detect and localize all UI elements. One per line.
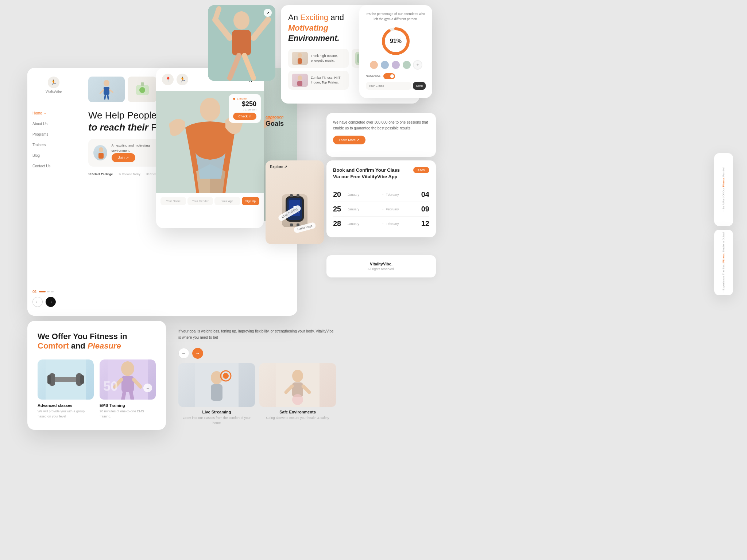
learn-more-card: We have completed over 300,000 one to on… [326, 113, 436, 157]
bottom-cards-row: Advanced classes We will provide you wit… [38, 359, 156, 419]
book-title: Book and Confirm Your Class Via our Free… [333, 167, 406, 180]
next-arrow[interactable]: → [46, 297, 56, 307]
gender-field[interactable]: Your Gender [187, 197, 213, 205]
service-1-desc: We will provide you with a group based o… [38, 409, 94, 419]
nav-blog[interactable]: Blog [27, 151, 80, 160]
svg-rect-1 [104, 87, 109, 95]
fitness-class-icon [292, 74, 308, 87]
dot-3 [51, 291, 54, 292]
learn-more-text: We have completed over 300,000 one to on… [333, 120, 429, 131]
side-banner-right-2: – Experience The Best Fitness Studio in … [714, 230, 733, 295]
hero-img-2 [128, 77, 157, 102]
service-advanced: Advanced classes We will provide you wit… [38, 359, 94, 419]
svg-rect-48 [290, 223, 293, 226]
month-dot [233, 98, 235, 100]
age-field[interactable]: Your Age [214, 197, 240, 205]
sidebar: 🏃 VitalityVibe Home About Us Programs Tr… [27, 68, 80, 316]
arrow-icon-topleft[interactable]: ↗ [264, 9, 272, 17]
dot-2 [47, 291, 50, 292]
nav-items: Home About Us Programs Trainers Blog Con… [27, 109, 80, 171]
svg-point-67 [223, 373, 229, 379]
checkin-button[interactable]: Check In [233, 113, 256, 120]
svg-rect-54 [47, 375, 51, 384]
subscribe-toggle[interactable] [383, 73, 395, 79]
svg-line-2 [100, 90, 104, 93]
svg-rect-8 [141, 82, 144, 86]
nav-home[interactable]: Home [27, 109, 80, 118]
yoga-person-svg [208, 5, 275, 81]
price-value: $250 [233, 100, 256, 108]
footer-card: VitalityVibe. All rights reserved. [326, 255, 436, 277]
explore-card: Explore ↗ ❤ 88 bpm EMS Training Hatha Yo… [266, 160, 324, 244]
bottom-right-section: If your goal is weight loss, toning up, … [170, 321, 345, 433]
svg-point-57 [121, 361, 134, 376]
approach-text: approach Goals [266, 115, 284, 128]
nav-contact[interactable]: Contact Us [27, 162, 80, 171]
logo[interactable]: 🏃 VitalityVibe [46, 77, 62, 94]
service-stream-img [178, 363, 255, 407]
send-button[interactable]: Send [413, 82, 426, 90]
svg-point-25 [233, 11, 249, 30]
nav-arrows: ← → [32, 297, 75, 307]
service-safe: Safe Environments Going above to ensure … [259, 363, 336, 421]
pricing-badge: 1 month $250 / 1 person Check In [229, 94, 261, 123]
feature-3: Zumba Fitness, HIIT Indoor, Top Pilates. [288, 71, 349, 90]
svg-point-9 [99, 147, 103, 152]
nav-about[interactable]: About Us [27, 119, 80, 128]
svg-rect-55 [80, 375, 84, 384]
svg-point-73 [292, 394, 303, 405]
svg-rect-58 [121, 376, 134, 392]
svg-line-5 [108, 95, 108, 99]
svg-line-62 [131, 392, 132, 400]
svg-point-7 [139, 87, 145, 93]
logo-icon: 🏃 [48, 77, 59, 88]
svg-point-23 [200, 98, 220, 121]
dots [39, 291, 54, 292]
signup-button[interactable]: Sign Up [242, 197, 259, 205]
next-service-button[interactable]: → [192, 348, 203, 359]
app-icon-fitness: 🏃 [177, 74, 188, 85]
env-person-icon [93, 145, 107, 160]
nav-programs[interactable]: Programs [27, 130, 80, 139]
avatar-4 [402, 60, 411, 70]
learn-more-button[interactable]: Learn More ↗ [333, 136, 365, 144]
book-header: Book and Confirm Your Class Via our Free… [333, 167, 429, 184]
subscribe-label: Subscribe [366, 74, 380, 78]
feature-text-1: Think high-octane, energetic music. [311, 54, 345, 63]
feature-img-3 [292, 74, 308, 87]
email-input[interactable] [366, 82, 411, 90]
top-yoga-image: ↗ [208, 5, 275, 81]
prev-arrow[interactable]: ← [32, 297, 43, 307]
hero-img-1 [88, 77, 125, 102]
svg-rect-38 [297, 81, 302, 86]
ems-number: 50 [103, 379, 118, 394]
services-bottom-row: Live Streaming Zoom into our classes fro… [178, 363, 336, 425]
service-streaming: Live Streaming Zoom into our classes fro… [178, 363, 255, 425]
join-button[interactable]: Join ↗ [112, 153, 135, 162]
service-2-name: EMS Training [100, 403, 156, 408]
date-row-1: 20 January • February 04 [333, 187, 429, 202]
explore-label[interactable]: Explore ↗ [270, 165, 320, 169]
percentage-value: 91% [390, 38, 402, 44]
service-ems: 50 ← EMS Training 20 minutes of one-to-o… [100, 359, 156, 419]
app-hero-image: 1 month $250 / 1 person Check In [156, 91, 264, 193]
feature-img-1 [292, 52, 308, 65]
name-field[interactable]: Your Name [160, 197, 186, 205]
slide-indicator: 01 [32, 289, 75, 294]
workout-person-icon [97, 79, 116, 100]
svg-rect-29 [232, 30, 251, 55]
avatar-plus[interactable]: + [413, 60, 422, 70]
avatar-3 [391, 60, 400, 70]
date-row-2: 25 January • February 09 [333, 202, 429, 217]
svg-rect-33 [298, 58, 302, 64]
prev-service-button[interactable]: ← [178, 348, 189, 359]
bottom-title: We Offer You Fitness in Comfort and Plea… [38, 332, 156, 351]
ems-arrow[interactable]: ← [143, 384, 152, 392]
price-per: / 1 person [233, 108, 256, 111]
svg-rect-51 [53, 377, 78, 382]
person-stretch-icon [292, 52, 308, 65]
sidebar-bottom: 01 ← → [27, 289, 80, 307]
app-icon-location: 📍 [162, 74, 174, 85]
nav-trainers[interactable]: Trainers [27, 140, 80, 149]
month-label: 1 month [233, 97, 256, 100]
